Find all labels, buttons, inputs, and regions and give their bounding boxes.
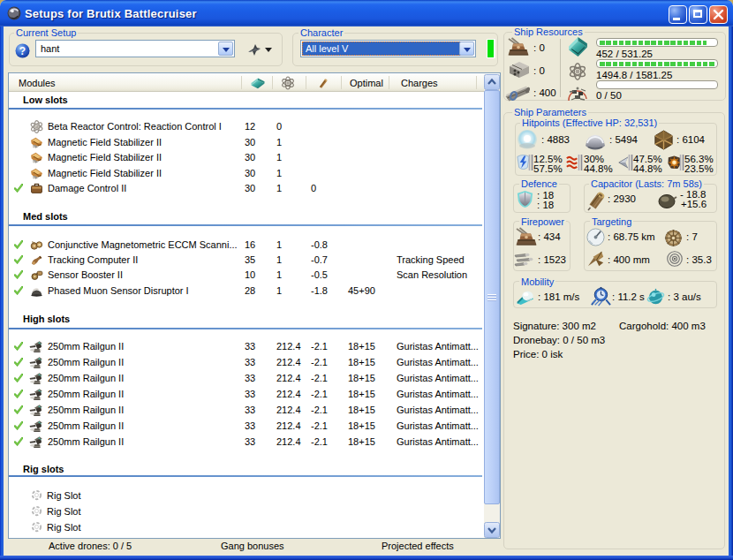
svg-text:?: ? — [19, 45, 26, 57]
